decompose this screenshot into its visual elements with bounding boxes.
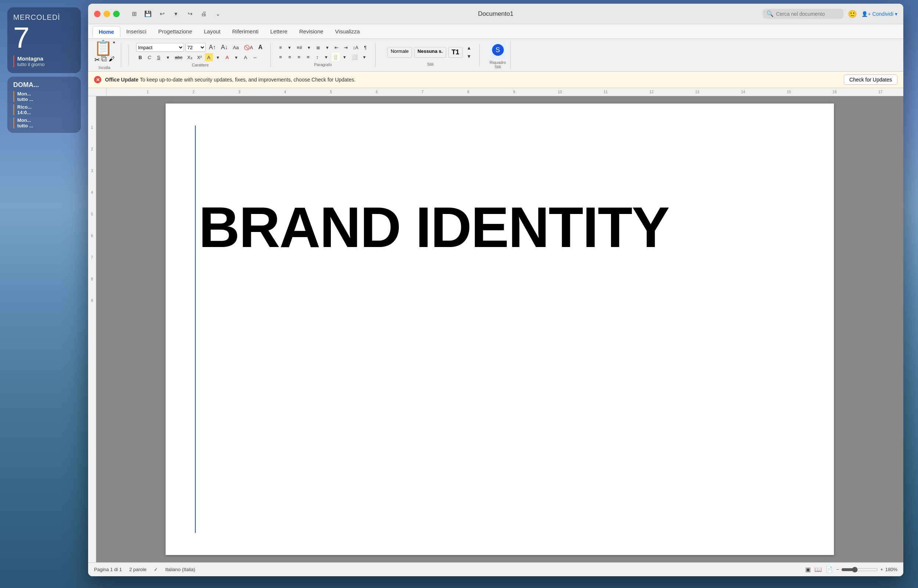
tab-layout[interactable]: Layout xyxy=(198,26,226,37)
align-left-btn[interactable]: ≡ xyxy=(276,53,284,61)
font-family-select[interactable]: Impact Arial Times New Roman xyxy=(136,43,184,52)
redo-icon[interactable]: ↪ xyxy=(185,9,195,19)
share-chevron-icon: ▾ xyxy=(895,11,897,17)
increase-indent-btn[interactable]: ⇥ xyxy=(342,43,350,52)
tab-visualizza[interactable]: Visualizza xyxy=(330,26,366,37)
font-grow-icon[interactable]: A↑ xyxy=(207,43,218,52)
zoom-level[interactable]: 180% xyxy=(885,567,897,572)
print-icon[interactable]: 🖨 xyxy=(199,9,208,19)
view-print-icon[interactable]: 📄 xyxy=(826,566,833,573)
sidebar-toggle-icon[interactable]: ⊞ xyxy=(129,9,139,19)
justify-btn[interactable]: ≡ xyxy=(304,53,312,61)
bullets-dropdown[interactable]: ▾ xyxy=(286,43,294,52)
text-highlight-btn[interactable]: A xyxy=(205,53,213,61)
office-update-bar: ✕ Office Update To keep up-to-date with … xyxy=(88,71,903,88)
text-outline-btn[interactable]: A xyxy=(242,53,250,61)
superscript-button[interactable]: X² xyxy=(196,53,204,61)
show-hide-btn[interactable]: ¶ xyxy=(361,43,369,52)
paste-dropdown-icon[interactable]: ▾ xyxy=(113,40,115,44)
ruler-mark: 4 xyxy=(262,90,308,94)
multilevel-btn[interactable]: ≣ xyxy=(314,43,322,52)
tab-lettere[interactable]: Lettere xyxy=(264,26,293,37)
align-center-btn[interactable]: ≡ xyxy=(286,53,294,61)
document-page[interactable]: BRAND IDENTITY xyxy=(166,103,834,555)
document-title: Documento1 xyxy=(478,10,513,18)
vruler-mark: 7 xyxy=(91,255,93,260)
zoom-control: − + 180% xyxy=(837,567,897,573)
customize-icon[interactable]: ⌄ xyxy=(213,9,223,19)
copy-icon[interactable]: ⿻ xyxy=(101,56,107,64)
strikethrough-button[interactable]: abc xyxy=(173,53,184,61)
rtl-btn[interactable]: ↔ xyxy=(251,53,259,61)
sort-btn[interactable]: ↕A xyxy=(351,43,360,52)
borders-btn[interactable]: ⬜ xyxy=(350,53,359,61)
font-shrink-icon[interactable]: A↓ xyxy=(219,43,230,52)
tab-revisione[interactable]: Revisione xyxy=(293,26,330,37)
stile-nessuna[interactable]: Nessuna s. xyxy=(414,47,446,58)
stile-normale[interactable]: Normale xyxy=(387,47,412,58)
numbering-dropdown[interactable]: ▾ xyxy=(305,43,313,52)
font-group-label: Carattere xyxy=(136,63,264,67)
stili-down-icon[interactable]: ▼ xyxy=(465,52,474,61)
check-updates-button[interactable]: Check for Updates xyxy=(844,74,897,85)
minimize-button[interactable] xyxy=(103,11,110,17)
scissors-icon[interactable]: ✂ xyxy=(94,56,100,64)
bullets-btn[interactable]: ≡ xyxy=(276,43,284,52)
view-read-icon[interactable]: 📖 xyxy=(815,566,822,573)
tab-inserisci[interactable]: Inserisci xyxy=(120,26,152,37)
italic-button[interactable]: C xyxy=(145,53,154,61)
tab-riferimenti[interactable]: Riferimenti xyxy=(226,26,264,37)
stile-titolo1[interactable]: T1 xyxy=(448,47,463,58)
desktop-widgets: MERCOLEDÌ 7 Montagna tutto il giorno DOM… xyxy=(0,0,88,588)
line-spacing-dropdown[interactable]: ▾ xyxy=(322,53,330,61)
paste-icon[interactable]: 📋 xyxy=(94,40,112,55)
zoom-out-icon[interactable]: − xyxy=(837,567,839,572)
zoom-slider[interactable] xyxy=(841,567,878,573)
search-box[interactable]: 🔍 xyxy=(763,9,844,19)
borders-dropdown[interactable]: ▾ xyxy=(360,53,368,61)
shading-btn[interactable]: ░ xyxy=(331,53,339,61)
update-close-icon[interactable]: ✕ xyxy=(94,76,101,83)
decrease-indent-btn[interactable]: ⇤ xyxy=(333,43,341,52)
view-normal-icon[interactable]: ▣ xyxy=(805,566,811,573)
text-effects-icon[interactable]: A xyxy=(256,43,264,52)
zoom-in-icon[interactable]: + xyxy=(880,567,883,572)
emoji-icon[interactable]: 🙂 xyxy=(848,10,857,18)
tab-progettazione[interactable]: Progettazione xyxy=(152,26,198,37)
font-color-btn[interactable]: A xyxy=(223,53,231,61)
format-painter-icon[interactable]: 🖌 xyxy=(109,56,115,64)
paragraph-group-label: Paragrafo xyxy=(276,62,369,67)
language[interactable]: Italiano (Italia) xyxy=(165,567,196,572)
bold-button[interactable]: B xyxy=(136,53,144,61)
stili-btn[interactable]: S xyxy=(489,41,507,59)
maximize-button[interactable] xyxy=(113,11,120,17)
multilevel-dropdown[interactable]: ▾ xyxy=(323,43,331,52)
ruler-mark: 15 xyxy=(766,90,812,94)
close-button[interactable] xyxy=(94,11,100,17)
highlight-dropdown[interactable]: ▾ xyxy=(214,53,222,61)
shading-dropdown[interactable]: ▾ xyxy=(341,53,349,61)
underline-dropdown[interactable]: ▾ xyxy=(164,53,172,61)
subscript-button[interactable]: X₂ xyxy=(186,53,194,61)
font-case-icon[interactable]: Aa xyxy=(231,43,241,52)
font-color-dropdown[interactable]: ▾ xyxy=(233,53,241,61)
proofing-icon[interactable]: ✓ xyxy=(154,567,158,572)
underline-button[interactable]: S xyxy=(155,53,163,61)
stili-up-icon[interactable]: ▲ xyxy=(465,44,474,52)
clear-format-icon[interactable]: 🚫A xyxy=(242,43,255,52)
search-input[interactable] xyxy=(776,11,840,17)
tab-home[interactable]: Home xyxy=(92,26,120,37)
align-right-btn[interactable]: ≡ xyxy=(295,53,303,61)
ribbon-group-paragraph: ≡ ▾ ≡# ▾ ≣ ▾ ⇤ ⇥ ↕A ¶ ≡ ≡ ≡ ≡ ↕ ▾ ░ ▾ ⬜ xyxy=(276,43,376,67)
numbering-btn[interactable]: ≡# xyxy=(295,43,304,52)
save-icon[interactable]: 💾 xyxy=(143,9,153,19)
font-size-select[interactable]: 72 48 36 24 xyxy=(186,43,205,52)
undo-icon[interactable]: ↩ xyxy=(157,9,167,19)
undo-dropdown-icon[interactable]: ▾ xyxy=(171,9,181,19)
word-window: ⊞ 💾 ↩ ▾ ↪ 🖨 ⌄ Documento1 🔍 🙂 👤+ Condivid… xyxy=(88,4,903,576)
share-button[interactable]: 👤+ Condividi ▾ xyxy=(861,11,897,17)
ruler-mark: 2 xyxy=(171,90,217,94)
brand-identity-text[interactable]: BRAND IDENTITY xyxy=(199,199,669,256)
page-content: BRAND IDENTITY xyxy=(195,126,805,256)
line-spacing-btn[interactable]: ↕ xyxy=(313,53,321,61)
